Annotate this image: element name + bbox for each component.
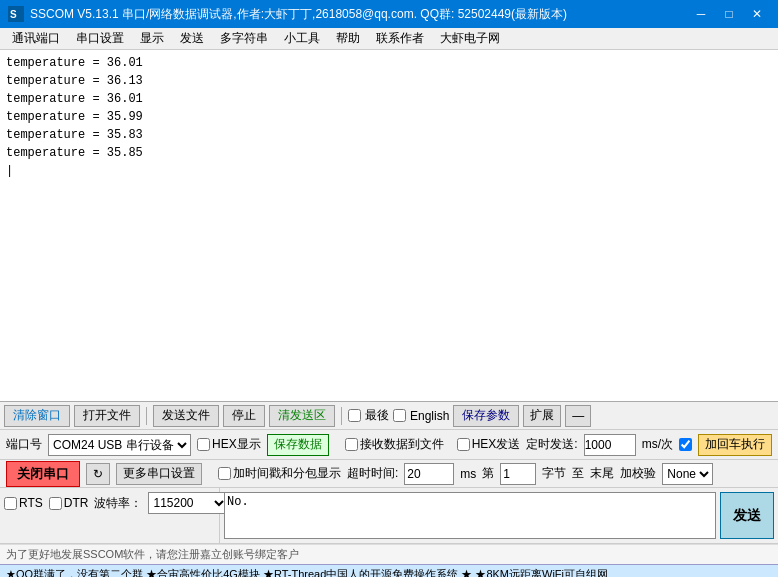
return-exec-button[interactable]: 加回车执行 [698,434,772,456]
add-timestamp-label: 加时间戳和分包显示 [218,465,341,482]
terminal-line: temperature = 36.01 [6,54,772,72]
bottom-toolbar: 清除窗口 打开文件 发送文件 停止 清发送区 最後 English 保存参数 扩… [0,402,778,430]
terminal-line: temperature = 35.85 [6,144,772,162]
last-checkbox[interactable] [348,409,361,422]
hex-send-label: HEX发送 [457,436,521,453]
add-timestamp-checkbox[interactable] [218,467,231,480]
terminal-cursor: | [6,162,772,180]
dtr-checkbox[interactable] [49,497,62,510]
more-port-settings-button[interactable]: 更多串口设置 [116,463,202,485]
save-param-button[interactable]: 保存参数 [453,405,519,427]
rts-checkbox[interactable] [4,497,17,510]
open-file-button[interactable]: 打开文件 [74,405,140,427]
window-controls: ─ □ ✕ [688,4,770,24]
expand-button[interactable]: 扩展 [523,405,561,427]
timeout-input[interactable] [404,463,454,485]
menu-help[interactable]: 帮助 [328,28,368,49]
terminal-line: temperature = 36.01 [6,90,772,108]
toolbar-separator-2 [341,407,342,425]
save-data-button[interactable]: 保存数据 [267,434,329,456]
clear-window-button[interactable]: 清除窗口 [4,405,70,427]
minimize-button[interactable]: ─ [688,4,714,24]
to-label: 至 [572,465,584,482]
window-title: SSCOM V5.13.1 串口/网络数据调试器,作者:大虾丁丁,2618058… [30,6,688,23]
send-section: RTS DTR 波特率： 115200 No. 发送 [0,488,778,544]
notice-row: 为了更好地发展SSCOM软件，请您注册嘉立创账号绑定客户 [0,544,778,564]
time-send-input[interactable] [584,434,636,456]
checksum-select[interactable]: None [662,463,713,485]
english-label: English [410,409,449,423]
page-input[interactable] [500,463,536,485]
ticker-bar: ★QQ群满了，没有第二个群 ★合宙高性价比4G模块 ★RT-Thread中国人的… [0,564,778,577]
clear-send-area-button[interactable]: 清发送区 [269,405,335,427]
byte-label: 字节 [542,465,566,482]
terminal-line: temperature = 35.83 [6,126,772,144]
maximize-button[interactable]: □ [716,4,742,24]
menu-send[interactable]: 发送 [172,28,212,49]
timeout-label: 超时时间: [347,465,398,482]
stop-button[interactable]: 停止 [223,405,265,427]
row2: 关闭串口 ↻ 更多串口设置 加时间戳和分包显示 超时时间: ms 第 字节 至 … [0,460,778,488]
terminal-line: temperature = 35.99 [6,108,772,126]
baud-label: 波特率： [94,495,142,512]
terminal-output: temperature = 36.01temperature = 36.13te… [0,50,778,402]
menu-comm-port[interactable]: 通讯端口 [4,28,68,49]
app-icon: S [8,6,24,22]
send-button[interactable]: 发送 [720,492,774,539]
page-label: 第 [482,465,494,482]
hex-display-label: HEX显示 [197,436,261,453]
last-label: 最後 [365,407,389,424]
menu-multi-string[interactable]: 多字符串 [212,28,276,49]
close-button[interactable]: ✕ [744,4,770,24]
send-textarea[interactable]: No. [224,492,716,539]
ms-label2: ms [460,467,476,481]
right-send-controls: No. 发送 [220,488,778,543]
notice-text: 为了更好地发展SSCOM软件，请您注册嘉立创账号绑定客户 [6,547,299,562]
refresh-button[interactable]: ↻ [86,463,110,485]
tail-label: 末尾 [590,465,614,482]
open-close-port-button[interactable]: 关闭串口 [6,461,80,487]
toolbar-separator-1 [146,407,147,425]
menu-website[interactable]: 大虾电子网 [432,28,508,49]
menu-tools[interactable]: 小工具 [276,28,328,49]
port-row: 端口号 COM24 USB 串行设备 HEX显示 保存数据 接收数据到文件 HE… [0,430,778,460]
menu-bar: 通讯端口 串口设置 显示 发送 多字符串 小工具 帮助 联系作者 大虾电子网 [0,28,778,50]
menu-serial-settings[interactable]: 串口设置 [68,28,132,49]
menu-contact[interactable]: 联系作者 [368,28,432,49]
hex-send-checkbox[interactable] [457,438,470,451]
hex-display-checkbox[interactable] [197,438,210,451]
baud-select[interactable]: 115200 [148,492,228,514]
checksum-label: 加校验 [620,465,656,482]
svg-text:S: S [10,9,17,20]
port-select[interactable]: COM24 USB 串行设备 [48,434,191,456]
time-send-label: 定时发送: [526,436,577,453]
dtr-label: DTR [49,496,89,510]
menu-display[interactable]: 显示 [132,28,172,49]
title-bar: S SSCOM V5.13.1 串口/网络数据调试器,作者:大虾丁丁,26180… [0,0,778,28]
left-send-controls: RTS DTR 波特率： 115200 [0,488,220,543]
send-file-button[interactable]: 发送文件 [153,405,219,427]
rts-label: RTS [4,496,43,510]
english-checkbox[interactable] [393,409,406,422]
expand-dash-button[interactable]: — [565,405,591,427]
ms-unit-label: ms/次 [642,436,673,453]
receive-to-file-label: 接收数据到文件 [345,436,444,453]
time-send-checkbox[interactable] [679,438,692,451]
terminal-line: temperature = 36.13 [6,72,772,90]
port-label: 端口号 [6,436,42,453]
receive-to-file-checkbox[interactable] [345,438,358,451]
ticker-text: ★QQ群满了，没有第二个群 ★合宙高性价比4G模块 ★RT-Thread中国人的… [6,567,608,577]
